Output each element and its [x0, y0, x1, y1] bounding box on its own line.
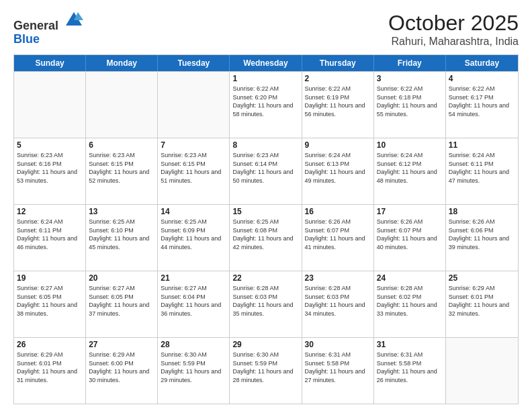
calendar-header: SundayMondayTuesdayWednesdayThursdayFrid… — [14, 55, 518, 71]
cell-info: Sunrise: 6:29 AM Sunset: 6:00 PM Dayligh… — [89, 351, 154, 384]
calendar-title: October 2025 — [388, 11, 519, 36]
calendar-cell: 23Sunrise: 6:28 AM Sunset: 6:03 PM Dayli… — [302, 271, 374, 337]
cell-info: Sunrise: 6:28 AM Sunset: 6:02 PM Dayligh… — [377, 284, 443, 318]
calendar-cell: 8Sunrise: 6:23 AM Sunset: 6:14 PM Daylig… — [230, 138, 302, 204]
day-number: 4 — [449, 74, 515, 83]
cell-info: Sunrise: 6:25 AM Sunset: 6:10 PM Dayligh… — [89, 218, 154, 251]
cell-info: Sunrise: 6:23 AM Sunset: 6:15 PM Dayligh… — [161, 151, 226, 185]
cell-info: Sunrise: 6:26 AM Sunset: 6:07 PM Dayligh… — [377, 218, 443, 251]
logo: General Blue — [13, 11, 83, 46]
day-number: 1 — [232, 74, 298, 83]
calendar-cell: 26Sunrise: 6:29 AM Sunset: 6:01 PM Dayli… — [14, 338, 86, 404]
cell-info: Sunrise: 6:29 AM Sunset: 6:01 PM Dayligh… — [449, 284, 515, 318]
day-number: 19 — [17, 273, 83, 283]
calendar-cell: 29Sunrise: 6:30 AM Sunset: 5:59 PM Dayli… — [230, 338, 302, 404]
calendar-cell: 27Sunrise: 6:29 AM Sunset: 6:00 PM Dayli… — [86, 338, 158, 404]
calendar-cell: 21Sunrise: 6:27 AM Sunset: 6:04 PM Dayli… — [158, 271, 230, 337]
calendar-cell: 15Sunrise: 6:25 AM Sunset: 6:08 PM Dayli… — [230, 205, 302, 271]
calendar-cell: 14Sunrise: 6:25 AM Sunset: 6:09 PM Dayli… — [158, 205, 230, 271]
calendar-week: 19Sunrise: 6:27 AM Sunset: 6:05 PM Dayli… — [14, 271, 518, 337]
day-number: 27 — [89, 340, 154, 349]
day-number: 23 — [305, 273, 371, 283]
calendar-cell: 9Sunrise: 6:24 AM Sunset: 6:13 PM Daylig… — [302, 138, 374, 204]
calendar-cell: 18Sunrise: 6:26 AM Sunset: 6:06 PM Dayli… — [446, 205, 518, 271]
day-number: 24 — [377, 273, 443, 283]
cell-info: Sunrise: 6:31 AM Sunset: 5:58 PM Dayligh… — [305, 351, 371, 384]
weekday-header: Saturday — [446, 55, 518, 71]
calendar-week: 5Sunrise: 6:23 AM Sunset: 6:16 PM Daylig… — [14, 138, 518, 204]
cell-info: Sunrise: 6:24 AM Sunset: 6:11 PM Dayligh… — [449, 151, 515, 185]
calendar-cell: 5Sunrise: 6:23 AM Sunset: 6:16 PM Daylig… — [14, 138, 86, 204]
logo-icon — [64, 11, 83, 30]
cell-info: Sunrise: 6:28 AM Sunset: 6:03 PM Dayligh… — [305, 284, 371, 318]
calendar-cell: 19Sunrise: 6:27 AM Sunset: 6:05 PM Dayli… — [14, 271, 86, 337]
cell-info: Sunrise: 6:25 AM Sunset: 6:09 PM Dayligh… — [161, 218, 226, 251]
day-number: 3 — [377, 74, 443, 83]
day-number: 18 — [449, 207, 515, 216]
logo-blue: Blue — [13, 32, 40, 46]
day-number: 28 — [161, 340, 226, 349]
day-number: 5 — [17, 140, 83, 150]
cell-info: Sunrise: 6:27 AM Sunset: 6:04 PM Dayligh… — [161, 284, 226, 318]
day-number: 16 — [305, 207, 371, 216]
cell-info: Sunrise: 6:22 AM Sunset: 6:17 PM Dayligh… — [449, 85, 515, 118]
calendar-cell — [446, 338, 518, 404]
calendar-cell — [158, 72, 230, 138]
calendar-week: 26Sunrise: 6:29 AM Sunset: 6:01 PM Dayli… — [14, 337, 518, 404]
calendar-cell: 25Sunrise: 6:29 AM Sunset: 6:01 PM Dayli… — [446, 271, 518, 337]
title-block: October 2025 Rahuri, Maharashtra, India — [388, 11, 519, 48]
day-number: 17 — [377, 207, 443, 216]
cell-info: Sunrise: 6:27 AM Sunset: 6:05 PM Dayligh… — [17, 284, 83, 318]
logo-general: General — [13, 19, 58, 32]
calendar-body: 1Sunrise: 6:22 AM Sunset: 6:20 PM Daylig… — [14, 71, 518, 404]
day-number: 30 — [305, 340, 371, 349]
cell-info: Sunrise: 6:22 AM Sunset: 6:20 PM Dayligh… — [232, 85, 298, 118]
day-number: 8 — [232, 140, 298, 150]
calendar-cell: 11Sunrise: 6:24 AM Sunset: 6:11 PM Dayli… — [446, 138, 518, 204]
header: General Blue October 2025 Rahuri, Mahara… — [13, 11, 519, 48]
cell-info: Sunrise: 6:29 AM Sunset: 6:01 PM Dayligh… — [17, 351, 83, 384]
weekday-header: Friday — [374, 55, 446, 71]
calendar-subtitle: Rahuri, Maharashtra, India — [388, 36, 519, 48]
calendar-cell: 12Sunrise: 6:24 AM Sunset: 6:11 PM Dayli… — [14, 205, 86, 271]
cell-info: Sunrise: 6:24 AM Sunset: 6:12 PM Dayligh… — [377, 151, 443, 185]
cell-info: Sunrise: 6:26 AM Sunset: 6:06 PM Dayligh… — [449, 218, 515, 251]
cell-info: Sunrise: 6:30 AM Sunset: 5:59 PM Dayligh… — [161, 351, 226, 384]
calendar-cell: 16Sunrise: 6:26 AM Sunset: 6:07 PM Dayli… — [302, 205, 374, 271]
cell-info: Sunrise: 6:24 AM Sunset: 6:11 PM Dayligh… — [17, 218, 83, 251]
calendar-cell: 20Sunrise: 6:27 AM Sunset: 6:05 PM Dayli… — [86, 271, 158, 337]
calendar-week: 12Sunrise: 6:24 AM Sunset: 6:11 PM Dayli… — [14, 204, 518, 271]
calendar-cell: 6Sunrise: 6:23 AM Sunset: 6:15 PM Daylig… — [86, 138, 158, 204]
calendar-cell: 3Sunrise: 6:22 AM Sunset: 6:18 PM Daylig… — [374, 72, 446, 138]
day-number: 11 — [449, 140, 515, 150]
cell-info: Sunrise: 6:22 AM Sunset: 6:18 PM Dayligh… — [377, 85, 443, 118]
calendar-cell: 13Sunrise: 6:25 AM Sunset: 6:10 PM Dayli… — [86, 205, 158, 271]
cell-info: Sunrise: 6:25 AM Sunset: 6:08 PM Dayligh… — [232, 218, 298, 251]
day-number: 15 — [232, 207, 298, 216]
day-number: 6 — [89, 140, 154, 150]
cell-info: Sunrise: 6:31 AM Sunset: 5:58 PM Dayligh… — [377, 351, 443, 384]
cell-info: Sunrise: 6:27 AM Sunset: 6:05 PM Dayligh… — [89, 284, 154, 318]
day-number: 12 — [17, 207, 83, 216]
cell-info: Sunrise: 6:23 AM Sunset: 6:15 PM Dayligh… — [89, 151, 154, 185]
calendar-cell — [86, 72, 158, 138]
calendar-cell: 1Sunrise: 6:22 AM Sunset: 6:20 PM Daylig… — [230, 72, 302, 138]
day-number: 10 — [377, 140, 443, 150]
day-number: 7 — [161, 140, 226, 150]
day-number: 29 — [232, 340, 298, 349]
weekday-header: Monday — [86, 55, 158, 71]
cell-info: Sunrise: 6:23 AM Sunset: 6:14 PM Dayligh… — [232, 151, 298, 185]
calendar-cell: 28Sunrise: 6:30 AM Sunset: 5:59 PM Dayli… — [158, 338, 230, 404]
calendar-cell: 10Sunrise: 6:24 AM Sunset: 6:12 PM Dayli… — [374, 138, 446, 204]
calendar-cell: 30Sunrise: 6:31 AM Sunset: 5:58 PM Dayli… — [302, 338, 374, 404]
day-number: 9 — [305, 140, 371, 150]
weekday-header: Thursday — [302, 55, 374, 71]
day-number: 21 — [161, 273, 226, 283]
calendar-cell: 17Sunrise: 6:26 AM Sunset: 6:07 PM Dayli… — [374, 205, 446, 271]
cell-info: Sunrise: 6:30 AM Sunset: 5:59 PM Dayligh… — [232, 351, 298, 384]
day-number: 2 — [305, 74, 371, 83]
day-number: 14 — [161, 207, 226, 216]
calendar-cell: 31Sunrise: 6:31 AM Sunset: 5:58 PM Dayli… — [374, 338, 446, 404]
calendar-cell: 24Sunrise: 6:28 AM Sunset: 6:02 PM Dayli… — [374, 271, 446, 337]
day-number: 20 — [89, 273, 154, 283]
